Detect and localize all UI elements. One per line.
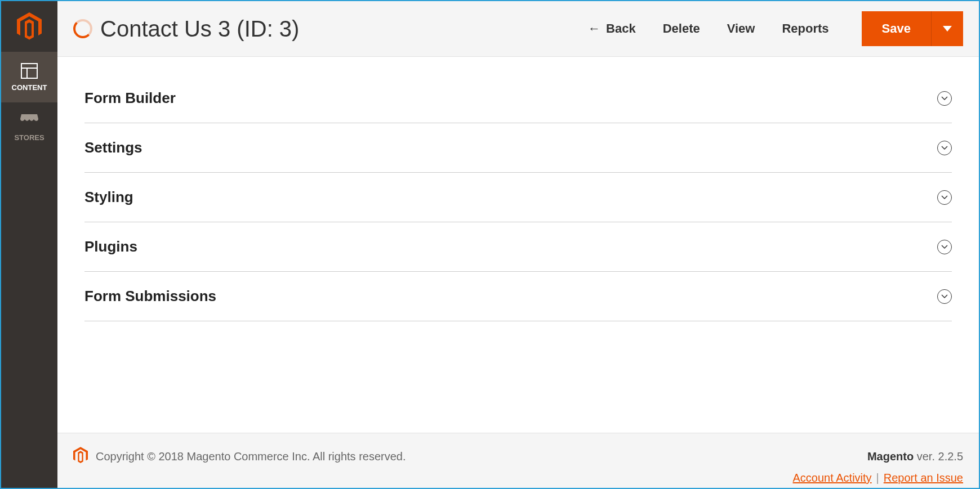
page-title: Contact Us 3 (ID: 3) (100, 16, 299, 42)
version-number: 2.2.5 (938, 450, 963, 463)
svg-rect-0 (21, 64, 37, 78)
footer-left: Copyright © 2018 Magento Commerce Inc. A… (73, 447, 406, 466)
layout-icon (21, 63, 38, 79)
delete-button[interactable]: Delete (663, 21, 700, 36)
save-button[interactable]: Save (862, 11, 931, 46)
chevron-down-icon (937, 141, 952, 155)
section-settings[interactable]: Settings (84, 123, 952, 173)
header-actions: ← Back Delete View Reports Save (588, 11, 963, 46)
chevron-down-icon (937, 190, 952, 205)
view-button-label: View (727, 21, 755, 36)
main: Contact Us 3 (ID: 3) ← Back Delete View … (57, 1, 979, 488)
section-styling[interactable]: Styling (84, 173, 952, 222)
chevron-down-icon (937, 91, 952, 106)
footer-row-links: Account Activity | Report an Issue (73, 472, 963, 484)
product-name: Magento (867, 450, 914, 463)
section-form-submissions[interactable]: Form Submissions (84, 272, 952, 321)
view-button[interactable]: View (727, 21, 755, 36)
magento-logo-icon (73, 447, 88, 466)
sidebar-item-stores[interactable]: STORES (1, 102, 57, 153)
section-title: Settings (84, 139, 142, 156)
reports-button[interactable]: Reports (782, 21, 828, 36)
section-title: Form Builder (84, 89, 176, 107)
magento-logo-icon (17, 12, 42, 41)
section-title: Styling (84, 189, 133, 206)
save-button-label: Save (882, 21, 911, 35)
storefront-icon (20, 114, 38, 129)
page-footer: Copyright © 2018 Magento Commerce Inc. A… (57, 433, 979, 488)
chevron-down-icon (937, 289, 952, 304)
back-button[interactable]: ← Back (588, 21, 636, 36)
back-button-label: Back (606, 21, 636, 36)
report-issue-link[interactable]: Report an Issue (884, 472, 963, 484)
chevron-down-icon (937, 240, 952, 254)
arrow-left-icon: ← (588, 23, 600, 35)
triangle-down-icon (943, 26, 952, 32)
save-dropdown-button[interactable] (931, 11, 963, 46)
section-form-builder[interactable]: Form Builder (84, 74, 952, 123)
page-title-wrap: Contact Us 3 (ID: 3) (73, 16, 577, 42)
reports-button-label: Reports (782, 21, 828, 36)
delete-button-label: Delete (663, 21, 700, 36)
save-button-group: Save (862, 11, 963, 46)
section-title: Form Submissions (84, 288, 216, 305)
footer-row-main: Copyright © 2018 Magento Commerce Inc. A… (73, 447, 963, 466)
version-text: Magento ver. 2.2.5 (867, 450, 963, 463)
copyright-text: Copyright © 2018 Magento Commerce Inc. A… (96, 450, 406, 463)
content-area: Form Builder Settings Styling Plugins Fo… (57, 57, 979, 433)
sidebar-item-content[interactable]: CONTENT (1, 52, 57, 102)
page-header: Contact Us 3 (ID: 3) ← Back Delete View … (57, 1, 979, 57)
section-plugins[interactable]: Plugins (84, 222, 952, 272)
section-title: Plugins (84, 238, 137, 255)
sidebar: CONTENT STORES (1, 1, 57, 488)
version-prefix: ver. (914, 450, 938, 463)
sidebar-item-label: CONTENT (12, 83, 47, 92)
separator: | (876, 472, 879, 484)
account-activity-link[interactable]: Account Activity (793, 472, 872, 484)
sidebar-item-label: STORES (14, 133, 44, 142)
loading-spinner-icon (73, 19, 92, 38)
magento-logo[interactable] (1, 1, 57, 52)
